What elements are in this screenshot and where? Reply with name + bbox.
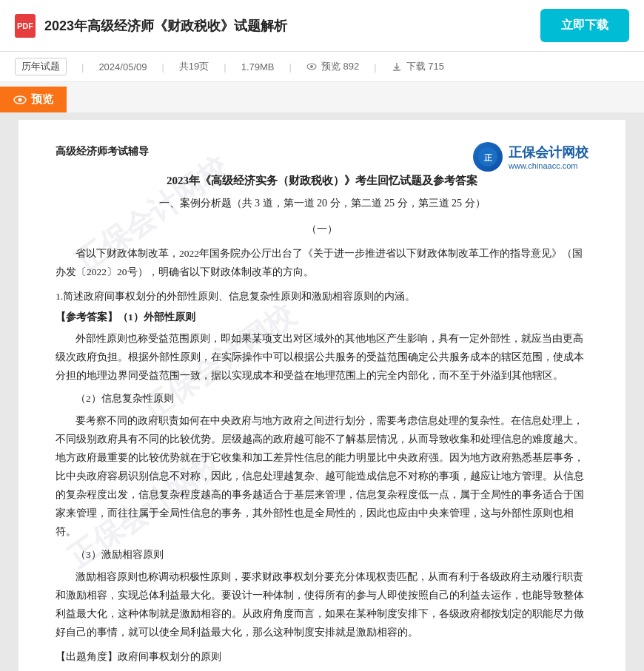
para2: 要考察不同的政府职责如何在中央政府与地方政府之间进行划分，需要考虑信息处理的复杂… <box>56 412 588 542</box>
para3: 激励相容原则也称调动积极性原则，要求财政事权划分要充分体现权责匹配，从而有利于各… <box>56 568 588 642</box>
page-count: 共19页 <box>179 60 209 73</box>
question1: 1.简述政府间事权划分的外部性原则、信息复杂性原则和激励相容原则的内涵。 <box>56 288 588 306</box>
content-area: 正保会计网校 正保会计网校 正保会计网校 正 正保会计网校 www.chinaa… <box>0 112 644 671</box>
category-tag: 历年试题 <box>15 58 67 75</box>
document-title: 2023年高级经济师《财政税收》试题解析 <box>44 17 287 35</box>
upload-date: 2024/05/09 <box>98 61 147 73</box>
eye-icon <box>306 61 317 72</box>
header-left: PDF 2023年高级经济师《财政税收》试题解析 <box>15 14 287 38</box>
section2: （2）信息复杂性原则 <box>56 390 588 408</box>
svg-point-4 <box>19 98 22 101</box>
para1: 外部性原则也称受益范围原则，即如果某项支出对区域外的其他地区产生影响，具有一定外… <box>56 330 588 385</box>
file-size: 1.79MB <box>241 61 275 73</box>
section3: （3）激励相容原则 <box>56 546 588 564</box>
preview-button[interactable]: 预览 <box>0 87 67 112</box>
sub-header: 历年试题 | 2024/05/09 | 共19页 | 1.79MB | 预览 8… <box>0 52 644 82</box>
doc-main-title: 2023年《高级经济实务（财政税收）》考生回忆试题及参考答案 <box>56 171 588 191</box>
section-num: （一） <box>56 220 588 238</box>
download-icon <box>392 61 402 72</box>
download-count: 下载 715 <box>406 60 444 73</box>
answer-label: 【参考答案】（1）外部性原则 <box>56 308 588 326</box>
intro-para: 省以下财政体制改革，2022年国务院办公厅出台了《关于进一步推进省以下财政体制改… <box>56 245 588 282</box>
download-count-item: 下载 715 <box>392 60 444 73</box>
preview-count-item: 预览 892 <box>306 60 359 73</box>
eye-icon-preview <box>13 95 27 105</box>
header: PDF 2023年高级经济师《财政税收》试题解析 立即下载 <box>0 0 644 52</box>
download-button-top[interactable]: 立即下载 <box>540 9 629 42</box>
svg-point-1 <box>310 65 313 68</box>
preview-count: 预览 892 <box>321 60 359 73</box>
doc-content: 高级经济师考试辅导 2023年《高级经济实务（财政税收）》考生回忆试题及参考答案… <box>56 142 588 671</box>
angle-label: 【出题角度】政府间事权划分的原则 <box>56 648 588 667</box>
document-page: 正保会计网校 正保会计网校 正保会计网校 正 正保会计网校 www.chinaa… <box>19 120 625 671</box>
doc-guide: 高级经济师考试辅导 <box>56 142 588 161</box>
doc-subtitle: 一、案例分析题（共 3 道，第一道 20 分，第二道 25 分，第三道 25 分… <box>56 194 588 212</box>
pdf-icon: PDF <box>15 14 36 38</box>
